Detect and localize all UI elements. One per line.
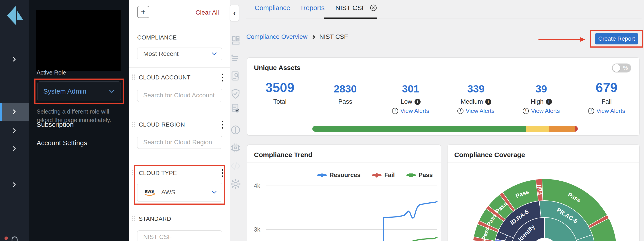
drag-handle-icon[interactable] bbox=[132, 216, 136, 222]
sidebar-item-investigate[interactable] bbox=[0, 70, 29, 83]
sidebar-item-policies[interactable] bbox=[0, 88, 29, 101]
info-icon[interactable]: i bbox=[485, 99, 491, 105]
collapse-filters-button[interactable]: ‹ bbox=[230, 5, 239, 21]
tab-reports[interactable]: Reports bbox=[301, 4, 324, 12]
stat-label: Medium bbox=[460, 98, 483, 105]
chip-icon bbox=[230, 142, 241, 154]
bar-segment-high bbox=[575, 126, 578, 132]
coverage-sunburst-chart: IdentifyI…ID.RA-5PR.AC-5PassPassPassPass… bbox=[448, 145, 640, 241]
drag-handle-icon[interactable] bbox=[132, 170, 136, 176]
toggle-knob bbox=[612, 64, 620, 72]
sidebar-item-notifications[interactable] bbox=[0, 233, 29, 241]
sidebar-item-alerts[interactable] bbox=[0, 124, 29, 137]
kebab-menu-icon[interactable] bbox=[222, 74, 224, 81]
svg-text:Pass: Pass bbox=[567, 191, 582, 204]
compliance-trend-title: Compliance Trend bbox=[254, 151, 312, 159]
tab-bar: Compliance Reports NIST CSF bbox=[255, 4, 377, 12]
main-content: Compliance Reports NIST CSF Compliance O… bbox=[230, 0, 644, 241]
unique-assets-title: Unique Assets bbox=[254, 64, 300, 72]
legend-item-fail[interactable]: Fail bbox=[372, 172, 395, 179]
exclamation-icon: ! bbox=[523, 108, 529, 114]
compliance-trend-card: Compliance Trend ResourcesFailPass 4k3k bbox=[247, 145, 441, 241]
stat-medium: 339 Mediumi !View Alerts bbox=[443, 79, 508, 114]
chevron-right-icon bbox=[13, 109, 16, 114]
filter-section-title-cloud-type: CLOUD TYPE bbox=[139, 170, 177, 177]
drag-handle-icon[interactable] bbox=[132, 122, 136, 127]
cloud-type-select-value: AWS bbox=[161, 189, 175, 196]
compliance-select[interactable]: Most Recent bbox=[137, 47, 222, 60]
bar-segment-medium bbox=[549, 126, 575, 132]
severity-progress-bar bbox=[312, 126, 578, 132]
legend-item-pass[interactable]: Pass bbox=[406, 172, 433, 179]
breadcrumb-parent-link[interactable]: Compliance Overview bbox=[246, 33, 308, 40]
chevron-right-icon bbox=[13, 182, 16, 187]
sidebar-divider bbox=[0, 230, 29, 230]
standard-search-input[interactable] bbox=[143, 233, 224, 241]
info-icon[interactable]: i bbox=[546, 99, 552, 105]
sidebar-item-dashboard[interactable] bbox=[0, 35, 29, 47]
legend-item-resources[interactable]: Resources bbox=[317, 172, 360, 179]
redacted-block bbox=[36, 10, 120, 71]
cloud-account-search-input[interactable] bbox=[143, 92, 224, 99]
role-value: System Admin bbox=[43, 87, 86, 95]
divider bbox=[129, 113, 230, 113]
bell-icon bbox=[10, 234, 20, 241]
kebab-menu-icon[interactable] bbox=[222, 169, 224, 177]
subscription-link[interactable]: Subscription bbox=[36, 121, 74, 128]
percent-label: % bbox=[623, 65, 628, 71]
percent-toggle[interactable]: % bbox=[612, 63, 631, 72]
alert-circle-icon bbox=[230, 124, 241, 136]
filter-section-title-cloud-region: CLOUD REGION bbox=[139, 121, 185, 128]
cloud-type-select[interactable]: aws AWS bbox=[137, 183, 222, 202]
close-tab-icon[interactable] bbox=[370, 4, 377, 12]
compliance-coverage-title: Compliance Coverage bbox=[454, 151, 525, 159]
gear-icon bbox=[230, 178, 241, 190]
prisma-cloud-logo[interactable] bbox=[4, 4, 25, 25]
svg-text:4k: 4k bbox=[254, 182, 260, 189]
divider bbox=[129, 207, 230, 207]
divider bbox=[247, 162, 441, 163]
kebab-menu-icon[interactable] bbox=[222, 121, 224, 129]
role-select[interactable]: System Admin bbox=[37, 81, 121, 101]
role-panel: Active Role System Admin Selecting a dif… bbox=[29, 0, 129, 241]
view-alerts-link[interactable]: !View Alerts bbox=[378, 107, 443, 114]
stat-label: Total bbox=[273, 98, 286, 105]
svg-text:ID.RA-5: ID.RA-5 bbox=[509, 208, 530, 226]
svg-text:Pass: Pass bbox=[480, 240, 487, 241]
sidebar-item-inventory[interactable] bbox=[0, 53, 29, 65]
view-alerts-link[interactable]: !View Alerts bbox=[508, 107, 574, 114]
view-alerts-link[interactable]: !View Alerts bbox=[574, 107, 639, 114]
tab-compliance[interactable]: Compliance bbox=[255, 4, 290, 12]
tab-nist-csf[interactable]: NIST CSF bbox=[335, 4, 377, 12]
add-filter-button[interactable]: + bbox=[137, 6, 149, 18]
clear-all-button[interactable]: Clear All bbox=[196, 9, 219, 16]
chevron-right-icon bbox=[13, 146, 16, 151]
exclamation-icon: ! bbox=[458, 108, 464, 114]
compliance-document-check-icon bbox=[230, 103, 241, 114]
svg-text:I…: I… bbox=[500, 233, 509, 241]
svg-text:aws: aws bbox=[144, 188, 154, 194]
svg-text:Identify: Identify bbox=[517, 223, 536, 241]
divider bbox=[129, 26, 230, 26]
stat-value: 339 bbox=[443, 79, 508, 95]
account-settings-link[interactable]: Account Settings bbox=[36, 139, 87, 147]
sidebar-item-compliance[interactable] bbox=[0, 103, 29, 121]
compliance-coverage-card: Compliance Coverage IdentifyI…ID.RA-5PR.… bbox=[447, 145, 640, 241]
sidebar-item-compute[interactable] bbox=[0, 142, 29, 155]
stat-fail: 679 Fail !View Alerts bbox=[574, 79, 639, 114]
annotation-box-create-report: Create Report bbox=[590, 30, 643, 47]
stat-value: 301 bbox=[378, 79, 443, 95]
cloud-account-search bbox=[137, 89, 222, 102]
sidebar-item-code-security[interactable] bbox=[0, 160, 29, 173]
create-report-button[interactable]: Create Report bbox=[595, 33, 638, 44]
stat-pass: 2830 Pass bbox=[312, 79, 378, 114]
stat-label: Low bbox=[400, 98, 412, 105]
info-icon[interactable]: i bbox=[414, 99, 420, 105]
stat-label: Pass bbox=[338, 98, 352, 105]
exclamation-icon: ! bbox=[392, 108, 398, 114]
drag-handle-icon[interactable] bbox=[132, 74, 136, 80]
cloud-region-search-input[interactable] bbox=[143, 139, 224, 146]
view-alerts-link[interactable]: !View Alerts bbox=[443, 107, 508, 114]
breadcrumb-current: NIST CSF bbox=[319, 33, 348, 40]
sidebar-item-settings[interactable] bbox=[0, 178, 29, 191]
